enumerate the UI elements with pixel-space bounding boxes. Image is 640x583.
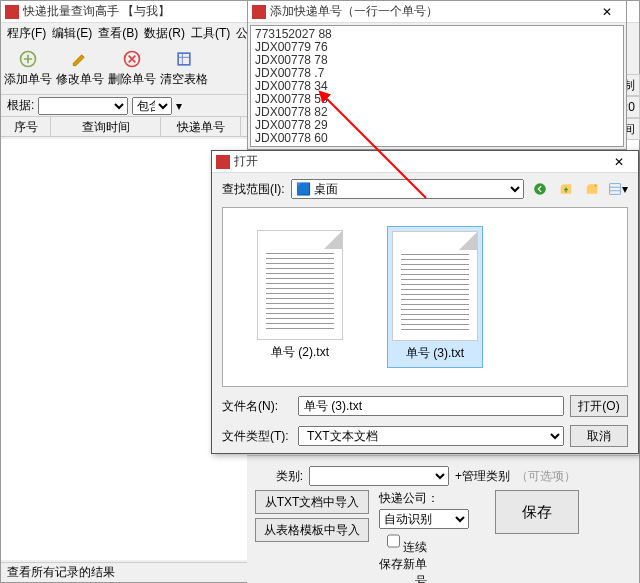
view-menu-icon[interactable]: ▾ bbox=[608, 179, 628, 199]
new-folder-icon[interactable] bbox=[582, 179, 602, 199]
look-in-select[interactable]: 🟦 桌面 bbox=[291, 179, 524, 199]
filter-op-select[interactable]: 包含 bbox=[132, 97, 172, 115]
delete-label: 删除单号 bbox=[108, 71, 156, 88]
open-dialog: 打开 ✕ 查找范围(I): 🟦 桌面 ▾ 单号 (2).txt 单号 (3).t… bbox=[211, 150, 639, 454]
edit-label: 修改单号 bbox=[56, 71, 104, 88]
cancel-button[interactable]: 取消 bbox=[570, 425, 628, 447]
add-panel: 类别: +管理类别 （可选项） 从TXT文档中导入 从表格模板中导入 快递公司：… bbox=[247, 455, 639, 583]
txt-file-icon bbox=[392, 231, 478, 341]
optional-hint: （可选项） bbox=[516, 468, 576, 485]
courier-label: 快递公司： bbox=[379, 490, 469, 507]
import-template-button[interactable]: 从表格模板中导入 bbox=[255, 518, 369, 542]
menu-tools[interactable]: 工具(T) bbox=[191, 25, 230, 41]
menu-data[interactable]: 数据(R) bbox=[144, 25, 185, 41]
menu-program[interactable]: 程序(F) bbox=[7, 25, 46, 41]
svg-rect-4 bbox=[610, 184, 621, 195]
filetype-label: 文件类型(T): bbox=[222, 428, 292, 445]
manage-category[interactable]: +管理类别 bbox=[455, 468, 510, 485]
chevron-down-icon: ▾ bbox=[176, 99, 182, 113]
open-button[interactable]: 打开(O) bbox=[570, 395, 628, 417]
courier-select[interactable]: 自动识别 bbox=[379, 509, 469, 529]
root-label: 根据: bbox=[7, 97, 34, 114]
filter-field-select[interactable] bbox=[38, 97, 128, 115]
add-label: 添加单号 bbox=[4, 71, 52, 88]
col-time[interactable]: 查询时间 bbox=[51, 117, 161, 136]
close-icon[interactable]: ✕ bbox=[592, 5, 622, 19]
file-item-selected[interactable]: 单号 (3).txt bbox=[387, 226, 483, 368]
col-tracking[interactable]: 快递单号 bbox=[161, 117, 241, 136]
look-in-row: 查找范围(I): 🟦 桌面 ▾ bbox=[222, 179, 628, 199]
svg-rect-2 bbox=[178, 53, 190, 65]
continuous-save-check[interactable]: 连续保存新单号 bbox=[379, 531, 427, 583]
file-name: 单号 (2).txt bbox=[271, 344, 329, 361]
filetype-select[interactable]: TXT文本文档 bbox=[298, 426, 564, 446]
import-txt-button[interactable]: 从TXT文档中导入 bbox=[255, 490, 369, 514]
tracking-textarea[interactable]: 773152027 88 JDX00779 76 JDX00778 78 JDX… bbox=[250, 25, 624, 147]
edit-button[interactable]: 修改单号 bbox=[55, 45, 105, 92]
add-titlebar: 添加快递单号（一行一个单号） ✕ bbox=[248, 1, 626, 23]
add-button[interactable]: 添加单号 bbox=[3, 45, 53, 92]
svg-point-3 bbox=[534, 183, 546, 195]
filename-label: 文件名(N): bbox=[222, 398, 292, 415]
col-seq[interactable]: 序号 bbox=[1, 117, 51, 136]
open-title: 打开 bbox=[234, 153, 604, 170]
menu-edit[interactable]: 编辑(E) bbox=[52, 25, 92, 41]
delete-button[interactable]: 删除单号 bbox=[107, 45, 157, 92]
txt-file-icon bbox=[257, 230, 343, 340]
app-icon bbox=[252, 5, 266, 19]
category-select[interactable] bbox=[309, 466, 449, 486]
file-list[interactable]: 单号 (2).txt 单号 (3).txt bbox=[222, 207, 628, 387]
add-title: 添加快递单号（一行一个单号） bbox=[270, 3, 592, 20]
look-in-label: 查找范围(I): bbox=[222, 181, 285, 198]
add-window: 添加快递单号（一行一个单号） ✕ 773152027 88 JDX00779 7… bbox=[247, 0, 627, 150]
up-folder-icon[interactable] bbox=[556, 179, 576, 199]
menu-view[interactable]: 查看(B) bbox=[98, 25, 138, 41]
filename-input[interactable] bbox=[298, 396, 564, 416]
status-text: 查看所有记录的结果 bbox=[7, 564, 115, 581]
file-item[interactable]: 单号 (2).txt bbox=[253, 226, 347, 368]
app-icon bbox=[216, 155, 230, 169]
close-icon[interactable]: ✕ bbox=[604, 155, 634, 169]
save-button[interactable]: 保存 bbox=[495, 490, 579, 534]
clear-button[interactable]: 清空表格 bbox=[159, 45, 209, 92]
app-icon bbox=[5, 5, 19, 19]
open-titlebar: 打开 ✕ bbox=[212, 151, 638, 173]
category-label: 类别: bbox=[255, 468, 303, 485]
clear-label: 清空表格 bbox=[160, 71, 208, 88]
back-icon[interactable] bbox=[530, 179, 550, 199]
file-name: 单号 (3).txt bbox=[406, 345, 464, 362]
